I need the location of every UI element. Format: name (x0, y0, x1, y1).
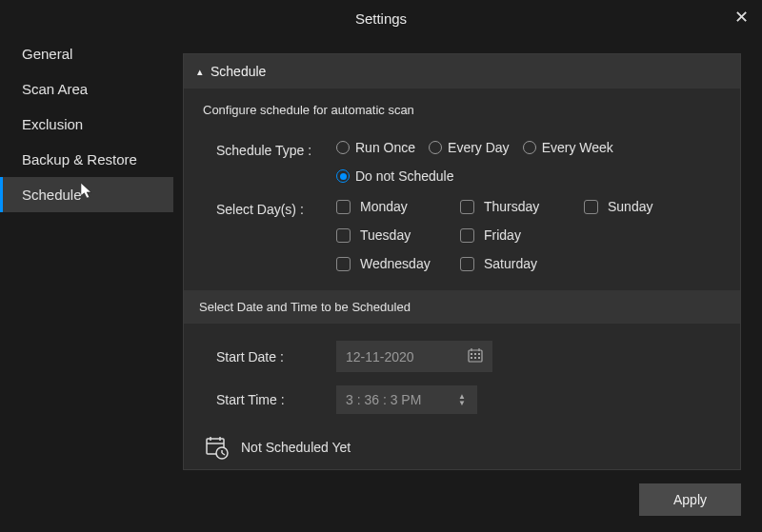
checkbox-wednesday[interactable]: Wednesday (336, 256, 451, 271)
checkbox-icon (336, 257, 351, 271)
checkbox-icon (460, 228, 474, 243)
schedule-icon (205, 435, 230, 460)
sidebar-item-label: Backup & Restore (22, 151, 137, 167)
start-date-label: Start Date : (216, 349, 336, 365)
checkbox-icon (460, 200, 474, 214)
schedule-panel: ▴ Schedule Configure schedule for automa… (183, 53, 741, 470)
sidebar-item-label: General (22, 46, 72, 62)
main-content: ▴ Schedule Configure schedule for automa… (173, 36, 762, 532)
sidebar-item-general[interactable]: General (0, 36, 173, 71)
apply-button-label: Apply (673, 492, 707, 507)
checkbox-label: Saturday (484, 256, 537, 271)
checkbox-label: Wednesday (360, 256, 431, 271)
calendar-icon[interactable] (468, 347, 483, 365)
checkbox-sunday[interactable]: Sunday (584, 199, 698, 214)
footer: Apply (183, 470, 741, 516)
sidebar-item-label: Schedule (22, 187, 82, 203)
cursor-icon (81, 183, 94, 200)
checkbox-tuesday[interactable]: Tuesday (336, 227, 451, 243)
checkbox-icon (336, 200, 351, 214)
radio-run-once[interactable]: Run Once (336, 140, 415, 155)
start-time-input[interactable]: 3 : 36 : 3 PM ▲ ▼ (336, 385, 477, 414)
window-title: Settings (355, 10, 407, 27)
apply-button[interactable]: Apply (639, 483, 741, 516)
checkbox-label: Friday (484, 227, 521, 243)
svg-rect-1 (471, 353, 472, 355)
radio-icon (523, 141, 536, 154)
radio-icon (429, 141, 442, 154)
radio-label: Do not Schedule (355, 168, 454, 184)
close-button[interactable]: ✕ (732, 8, 751, 27)
svg-rect-2 (474, 353, 476, 355)
titlebar: Settings ✕ (0, 0, 762, 36)
start-date-value: 12-11-2020 (346, 349, 414, 365)
schedule-status-text: Not Scheduled Yet (241, 440, 351, 455)
checkbox-label: Thursday (484, 199, 539, 214)
checkbox-icon (584, 200, 598, 214)
svg-rect-6 (478, 357, 480, 359)
checkbox-friday[interactable]: Friday (460, 227, 574, 243)
radio-do-not-schedule[interactable]: Do not Schedule (336, 168, 454, 184)
sidebar: General Scan Area Exclusion Backup & Res… (0, 36, 173, 532)
svg-rect-3 (478, 353, 480, 355)
start-time-value: 3 : 36 : 3 PM (346, 392, 421, 407)
checkbox-icon (336, 228, 351, 243)
schedule-type-label: Schedule Type : (216, 140, 336, 158)
checkbox-icon (460, 257, 474, 271)
radio-label: Every Week (542, 140, 613, 155)
sidebar-item-backup-restore[interactable]: Backup & Restore (0, 142, 173, 177)
checkbox-monday[interactable]: Monday (336, 199, 451, 214)
radio-icon (336, 169, 350, 183)
chevron-up-icon: ▴ (197, 66, 203, 78)
radio-every-week[interactable]: Every Week (523, 140, 613, 155)
select-days-label: Select Day(s) : (216, 199, 336, 217)
sidebar-item-exclusion[interactable]: Exclusion (0, 107, 173, 142)
sidebar-item-scan-area[interactable]: Scan Area (0, 71, 173, 107)
checkbox-label: Monday (360, 199, 408, 214)
sidebar-item-label: Scan Area (22, 81, 88, 97)
panel-description: Configure schedule for automatic scan (203, 103, 721, 117)
panel-header[interactable]: ▴ Schedule (184, 54, 740, 89)
checkbox-label: Tuesday (360, 227, 411, 243)
checkbox-label: Sunday (608, 199, 652, 214)
close-icon: ✕ (734, 7, 749, 28)
radio-label: Every Day (448, 140, 510, 155)
radio-every-day[interactable]: Every Day (429, 140, 510, 155)
svg-rect-4 (471, 357, 472, 359)
radio-label: Run Once (355, 140, 415, 155)
sidebar-item-label: Exclusion (22, 116, 83, 132)
checkbox-saturday[interactable]: Saturday (460, 256, 574, 271)
time-spinner[interactable]: ▲ ▼ (458, 393, 468, 406)
checkbox-thursday[interactable]: Thursday (460, 199, 574, 214)
radio-icon (336, 141, 350, 154)
start-time-label: Start Time : (216, 392, 336, 407)
datetime-section-header: Select Date and Time to be Scheduled (184, 290, 740, 324)
svg-rect-0 (469, 350, 482, 362)
svg-rect-5 (474, 357, 476, 359)
schedule-status: Not Scheduled Yet (203, 427, 721, 460)
start-date-input[interactable]: 12-11-2020 (336, 341, 492, 372)
sidebar-item-schedule[interactable]: Schedule (0, 177, 173, 212)
panel-title: Schedule (211, 64, 266, 79)
chevron-down-icon[interactable]: ▼ (458, 400, 466, 406)
